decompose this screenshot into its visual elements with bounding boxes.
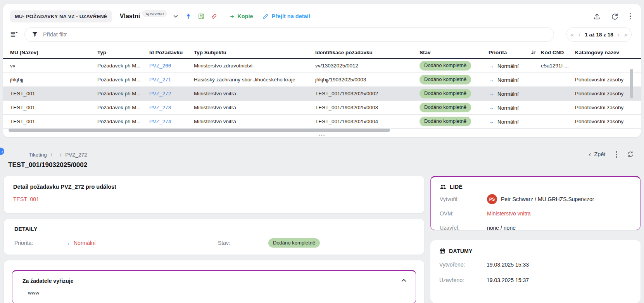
table-body: vv Požadavek při M... PVZ_266 Ministerst…: [3, 59, 641, 129]
closed-by-label: Uzavřel:: [440, 225, 487, 231]
back-button[interactable]: ‹ Zpět: [589, 151, 605, 158]
save-icon: [198, 13, 204, 19]
cell-id-link[interactable]: PVZ_272: [149, 91, 194, 96]
priority-label: Priorita:: [14, 240, 65, 246]
details-card-heading: DETAILY: [14, 226, 414, 232]
first-page-button[interactable]: «: [570, 31, 574, 38]
more-options-button[interactable]: [629, 12, 632, 21]
col-header-identifikace[interactable]: Identifikace požadavku: [315, 50, 420, 55]
copy-view-button[interactable]: + Kopie: [230, 13, 253, 20]
cell-mu: vv: [10, 63, 97, 69]
collection-chip[interactable]: MU- POŽADAVKY NA VZ - UZAVŘENÉ: [10, 10, 112, 22]
event-link[interactable]: TEST_001: [13, 196, 39, 202]
expand-rows-handle[interactable]: ...: [318, 130, 326, 137]
cell-subjekt: Ministerstvo vnitra: [194, 119, 315, 124]
next-page-button[interactable]: ›: [618, 31, 620, 38]
avatar: PS: [487, 194, 497, 204]
state-badge: Dodáno kompletně: [268, 238, 320, 248]
expand-side-panel-button[interactable]: ›: [0, 148, 4, 155]
col-header-id[interactable]: Id Požadavku: [149, 50, 194, 55]
copy-button-label: Kopie: [237, 13, 253, 19]
closed-at-label: Uzavřeno:: [439, 277, 487, 283]
prev-page-button[interactable]: ‹: [578, 31, 581, 38]
created-at-label: Vytvořeno:: [439, 262, 487, 268]
cell-typ: Požadavek při M...: [97, 77, 149, 83]
cell-mu: jhkjhjj: [10, 77, 97, 83]
view-name[interactable]: Vlastní: [120, 13, 140, 20]
col-header-priorita[interactable]: Priorita: [489, 50, 541, 55]
closed-at-value: 19.03.2025 15:37: [487, 277, 529, 283]
cell-mu: TEST_001: [10, 119, 97, 124]
cell-katalog: Pohotovostní zásoby: [575, 91, 634, 96]
breadcrumb-root[interactable]: Tiketing: [29, 152, 47, 158]
sync-icon: [627, 151, 634, 158]
breadcrumb-current: PVZ_272: [65, 152, 87, 158]
eraser-icon: [211, 13, 217, 19]
cell-id-link[interactable]: PVZ_271: [149, 77, 194, 83]
refresh-icon: [611, 13, 618, 20]
cell-typ: Požadavek při M...: [97, 63, 149, 69]
clear-view-button[interactable]: [211, 13, 217, 19]
cell-id-link[interactable]: PVZ_274: [149, 119, 194, 124]
cell-priorita: →Normální: [489, 91, 541, 97]
table-row[interactable]: TEST_001 Požadavek při M... PVZ_273 Mini…: [3, 101, 641, 115]
status-badge: Dodáno kompletně: [420, 103, 471, 112]
cell-typ: Požadavek při M...: [97, 91, 149, 96]
detail-panel: › Tiketing / / PVZ_272 ‹ Zpět TEST_001/1…: [0, 140, 644, 303]
goto-detail-button[interactable]: Přejít na detail: [262, 13, 310, 19]
detail-sync-button[interactable]: [627, 151, 634, 158]
save-view-button[interactable]: [198, 13, 204, 19]
table-row[interactable]: TEST_001 Požadavek při M... PVZ_274 Mini…: [3, 115, 641, 129]
view-modified-badge: upraveno: [142, 10, 167, 17]
ovm-link[interactable]: Ministerstvo vnitra: [487, 210, 531, 217]
column-settings-button[interactable]: [10, 31, 18, 38]
cell-identifikace: TEST_001/19032025/0002: [315, 91, 420, 96]
table-row[interactable]: vv Požadavek při M... PVZ_266 Ministerst…: [3, 59, 641, 73]
last-page-button[interactable]: »: [624, 31, 627, 38]
created-by-value: Petr Schwarz / MU.GRHZS.Supervizor: [501, 196, 594, 202]
cell-subjekt: Ministerstvo vnitra: [194, 91, 315, 96]
cell-mu: TEST_001: [10, 105, 97, 110]
cell-katalog: Pohotovostní zásoby: [575, 119, 634, 124]
refresh-button[interactable]: [611, 13, 618, 20]
vertical-scrollbar[interactable]: [630, 69, 633, 98]
status-badge: Dodáno kompletně: [420, 61, 471, 70]
table-row[interactable]: TEST_001 Požadavek při M... PVZ_272 Mini…: [3, 87, 641, 101]
pin-view-button[interactable]: [185, 13, 192, 20]
horizontal-scrollbar[interactable]: [9, 129, 390, 132]
cell-stav: Dodáno kompletně: [420, 103, 489, 112]
page-range-label: 1 až 18 z 18: [585, 32, 613, 38]
chevron-left-icon: ‹: [589, 150, 591, 158]
col-header-typ[interactable]: Typ: [97, 50, 149, 55]
pin-icon: [185, 13, 192, 20]
cell-priorita: →Normální: [489, 77, 541, 83]
view-dropdown-button[interactable]: [173, 13, 179, 19]
cell-kod: e5a1291f-...: [541, 63, 575, 69]
collapse-section-button[interactable]: [401, 277, 407, 283]
add-filter-input[interactable]: [43, 31, 547, 38]
people-card: LIDÉ Vytvořil: PS Petr Schwarz / MU.GRHZ…: [430, 176, 641, 230]
chevron-down-icon: [173, 13, 179, 19]
priority-normal-icon: →: [489, 77, 494, 83]
col-header-katalog[interactable]: Katalogový název: [575, 50, 634, 55]
cell-priorita: →Normální: [489, 63, 541, 69]
export-button[interactable]: [593, 13, 601, 20]
col-header-subjekt[interactable]: Typ Subjektu: [194, 50, 315, 55]
cell-id-link[interactable]: PVZ_266: [149, 63, 194, 69]
requests-table-panel: MU- POŽADAVKY NA VZ - UZAVŘENÉ Vlastní u…: [3, 4, 641, 137]
col-header-mu[interactable]: MU (Název): [10, 50, 97, 55]
priority-normal-icon: →: [489, 119, 494, 125]
cell-typ: Požadavek při M...: [97, 119, 149, 124]
sort-descending-icon[interactable]: [530, 50, 536, 55]
col-header-stav[interactable]: Stav: [420, 50, 489, 55]
chevron-right-icon: ›: [2, 149, 3, 154]
table-row[interactable]: jhkjhjj Požadavek při M... PVZ_271 Hasič…: [3, 73, 641, 87]
filter-bar: « ‹ 1 až 18 z 18 › »: [3, 24, 641, 42]
chevron-up-icon: [401, 277, 407, 283]
breadcrumb-separator: /: [51, 152, 52, 158]
detail-more-options-button[interactable]: [615, 150, 618, 158]
cell-id-link[interactable]: PVZ_273: [149, 105, 194, 110]
cell-identifikace: vv/13032025/0012: [315, 63, 420, 69]
col-header-kod[interactable]: Kód CND: [541, 50, 575, 55]
cell-stav: Dodáno kompletně: [420, 61, 489, 70]
